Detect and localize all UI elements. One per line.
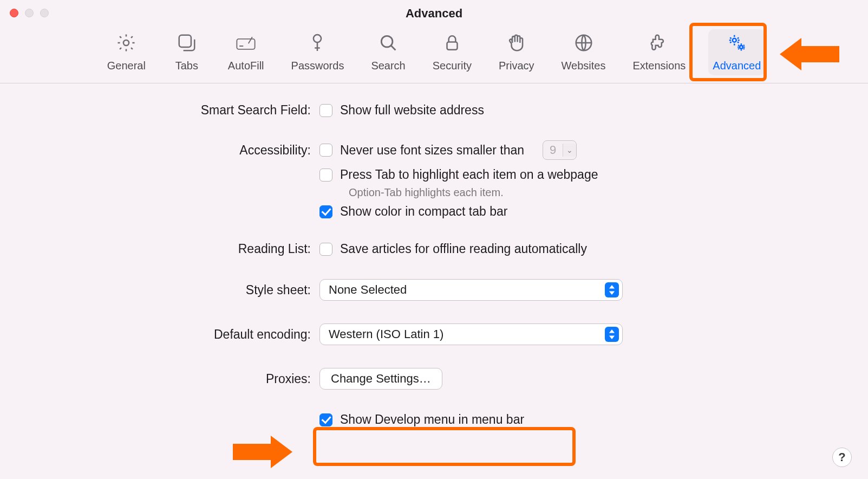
svg-rect-2 (237, 39, 255, 49)
select-arrows-icon (605, 282, 619, 297)
tab-autofill[interactable]: AutoFill (224, 29, 269, 75)
tab-search[interactable]: Search (367, 29, 409, 75)
tab-passwords[interactable]: Passwords (287, 29, 349, 75)
show-develop-menu-checkbox[interactable] (319, 413, 332, 426)
svg-point-8 (740, 46, 743, 49)
font-size-value: 9 (543, 141, 563, 159)
gears-icon (727, 33, 747, 55)
svg-point-7 (733, 38, 736, 42)
proxies-label: Proxies: (0, 372, 319, 386)
tab-label: Passwords (291, 60, 344, 72)
window-close-button[interactable] (10, 9, 18, 17)
preferences-toolbar: General Tabs AutoFill Passwords Search S… (0, 27, 868, 83)
tab-privacy[interactable]: Privacy (494, 29, 539, 75)
accessibility-label: Accessibility: (0, 143, 319, 158)
puzzle-icon (649, 33, 669, 55)
annotation-arrow-develop (233, 436, 292, 468)
tab-security[interactable]: Security (428, 29, 476, 75)
save-offline-checkbox[interactable] (319, 243, 332, 256)
show-full-address-label: Show full website address (340, 103, 484, 118)
tab-advanced[interactable]: Advanced (708, 29, 765, 75)
tab-label: Advanced (713, 60, 761, 72)
tab-general[interactable]: General (103, 29, 150, 75)
default-encoding-value: Western (ISO Latin 1) (329, 327, 443, 341)
key-icon (307, 33, 328, 55)
save-offline-label: Save articles for offline reading automa… (340, 242, 587, 256)
press-tab-label: Press Tab to highlight each item on a we… (340, 167, 598, 182)
annotation-highlight-develop (313, 427, 576, 466)
lock-icon (442, 33, 462, 55)
tab-extensions[interactable]: Extensions (628, 29, 690, 75)
window-maximize-button[interactable] (40, 9, 49, 17)
tab-label: Security (433, 60, 472, 72)
press-tab-checkbox[interactable] (319, 169, 332, 182)
svg-point-0 (123, 40, 129, 46)
style-sheet-select[interactable]: None Selected (319, 279, 623, 301)
tab-label: General (107, 60, 146, 72)
tab-label: Tabs (175, 60, 198, 72)
smart-search-label: Smart Search Field: (0, 103, 319, 118)
autofill-icon (236, 33, 256, 55)
tab-label: Search (371, 60, 405, 72)
style-sheet-value: None Selected (329, 283, 407, 297)
never-font-size-checkbox[interactable] (319, 144, 332, 157)
question-mark-icon: ? (838, 450, 845, 464)
tab-tabs[interactable]: Tabs (168, 29, 205, 75)
gear-icon (116, 33, 136, 55)
preferences-content: Smart Search Field: Show full website ad… (0, 83, 868, 427)
default-encoding-select[interactable]: Western (ISO Latin 1) (319, 323, 623, 345)
show-develop-menu-label: Show Develop menu in menu bar (340, 412, 524, 427)
hand-icon (506, 33, 527, 55)
change-settings-button[interactable]: Change Settings… (319, 368, 442, 390)
show-full-address-checkbox[interactable] (319, 104, 332, 117)
font-size-stepper[interactable]: 9 ⌄ (543, 140, 577, 160)
svg-point-4 (381, 36, 393, 47)
option-tab-hint: Option-Tab highlights each item. (349, 186, 868, 199)
svg-rect-5 (447, 42, 457, 49)
globe-icon (573, 33, 594, 55)
style-sheet-label: Style sheet: (0, 283, 319, 297)
show-color-checkbox[interactable] (319, 205, 332, 218)
tabs-icon (177, 33, 197, 55)
window-title: Advanced (406, 7, 462, 21)
tab-websites[interactable]: Websites (557, 29, 610, 75)
window-minimize-button[interactable] (25, 9, 34, 17)
search-icon (378, 33, 399, 55)
svg-rect-1 (179, 35, 191, 47)
default-encoding-label: Default encoding: (0, 327, 319, 342)
change-settings-label: Change Settings… (331, 372, 431, 386)
help-button[interactable]: ? (832, 448, 852, 467)
tab-label: Privacy (499, 60, 534, 72)
tab-label: Websites (562, 60, 606, 72)
annotation-arrow-advanced (780, 38, 839, 70)
show-color-label: Show color in compact tab bar (340, 204, 507, 219)
reading-list-label: Reading List: (0, 242, 319, 256)
tab-label: Extensions (632, 60, 686, 72)
tab-label: AutoFill (228, 60, 264, 72)
never-font-size-label: Never use font sizes smaller than (340, 143, 524, 158)
chevron-down-icon: ⌄ (563, 144, 576, 157)
select-arrows-icon (605, 327, 619, 342)
svg-point-3 (314, 35, 321, 42)
